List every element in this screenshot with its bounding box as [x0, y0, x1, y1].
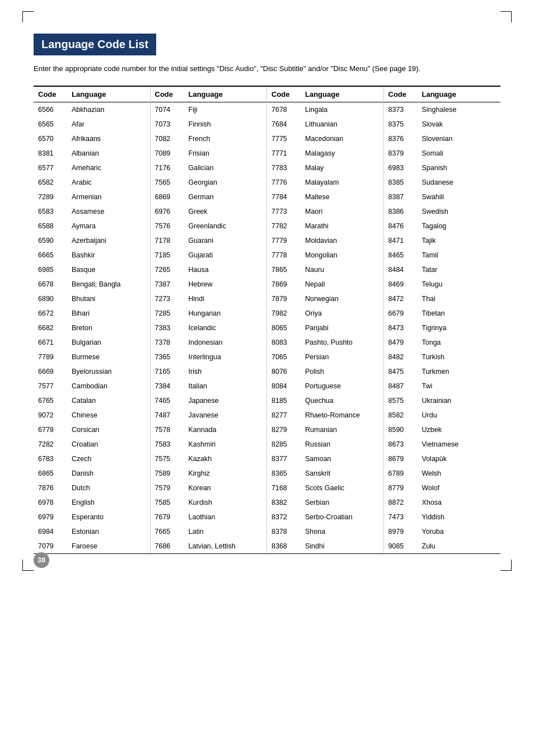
title-box: Language Code List	[34, 34, 156, 55]
code-value: 6976	[155, 206, 189, 217]
language-value: Turkish	[422, 351, 496, 363]
language-value: Malay	[305, 162, 379, 173]
col-header-3: CodeLanguage	[384, 87, 501, 102]
table-row: 7778Mongolian	[267, 248, 383, 262]
language-value: Hungarian	[189, 308, 263, 319]
language-value: Tagalog	[422, 220, 496, 232]
table-row: 7775Macedonian	[267, 132, 383, 146]
code-value: 6779	[38, 424, 72, 435]
table-row: 8065Panjabi	[267, 321, 383, 335]
code-value: 7773	[271, 206, 305, 217]
table-row: 7465Japanese	[151, 393, 267, 408]
code-value: 7473	[388, 511, 422, 523]
language-value: Finnish	[189, 119, 263, 130]
code-value: 7575	[155, 453, 189, 464]
code-value: 8365	[271, 468, 305, 479]
col-header-code-2: Code	[271, 90, 305, 98]
code-value: 6783	[38, 453, 72, 464]
language-value: Fiji	[189, 104, 263, 115]
language-value: Kashmiri	[189, 439, 263, 450]
language-value: Frisian	[189, 148, 263, 159]
table-row: 6671Bulgarian	[34, 335, 150, 350]
code-value: 7065	[271, 351, 305, 363]
table-column-3: CodeLanguage8373Singhalese8375Slovak8376…	[384, 87, 501, 553]
table-row: 7575Kazakh	[151, 452, 267, 466]
table-row: 8386Swedish	[384, 204, 501, 219]
table-row: 7178Guarani	[151, 233, 267, 248]
language-value: Sanskrit	[305, 468, 379, 479]
code-value: 8372	[271, 511, 305, 523]
table-row: 7487Javanese	[151, 408, 267, 422]
code-value: 7365	[155, 351, 189, 363]
language-value: Maltese	[305, 191, 379, 203]
table-row: 6570Afrikaans	[34, 132, 150, 146]
language-value: Rhaeto-Romance	[305, 410, 379, 421]
code-value: 8065	[271, 322, 305, 334]
table-row: 8582Urdu	[384, 408, 501, 422]
code-value: 7679	[155, 511, 189, 523]
code-value: 8378	[271, 526, 305, 537]
code-value: 8465	[388, 250, 422, 261]
table-row: 8575Ukrainian	[384, 393, 501, 408]
table-row: 8379Somali	[384, 146, 501, 161]
language-value: Kirghiz	[189, 468, 263, 479]
code-value: 7865	[271, 264, 305, 275]
code-value: 7776	[271, 177, 305, 188]
language-value: Spanish	[422, 162, 496, 173]
language-value: Nauru	[305, 264, 379, 275]
language-value: Tamil	[422, 250, 496, 261]
corner-mark-bottom-left	[22, 560, 34, 571]
col-header-code-1: Code	[155, 90, 189, 98]
table-row: 8472Thai	[384, 292, 501, 306]
table-row: 8381Albanian	[34, 146, 150, 161]
code-value: 6565	[38, 119, 72, 130]
language-value: Croatian	[72, 439, 146, 450]
code-value: 8387	[388, 191, 422, 203]
language-value: Marathi	[305, 220, 379, 232]
table-row: 9072Chinese	[34, 408, 150, 422]
code-value: 7289	[38, 191, 72, 203]
code-value: 8471	[388, 235, 422, 246]
col-header-lang-0: Language	[72, 90, 146, 98]
code-value: 8482	[388, 351, 422, 363]
table-row: 7473Yiddish	[384, 510, 501, 524]
code-value: 7384	[155, 381, 189, 392]
code-value: 7285	[155, 308, 189, 319]
code-value: 6979	[38, 511, 72, 523]
table-row: 8471Tajik	[384, 233, 501, 248]
table-row: 7265Hausa	[151, 262, 267, 277]
table-row: 8872Xhosa	[384, 495, 501, 510]
code-value: 6789	[388, 468, 422, 479]
table-row: 7576Greenlandic	[151, 219, 267, 233]
language-value: Albanian	[72, 148, 146, 159]
table-row: 8482Turkish	[384, 350, 501, 364]
code-value: 8373	[388, 104, 422, 115]
table-row: 8673Vietnamese	[384, 437, 501, 452]
table-row: 7783Malay	[267, 161, 383, 175]
table-row: 7082French	[151, 132, 267, 146]
code-value: 8285	[271, 439, 305, 450]
language-value: Interlingua	[189, 351, 263, 363]
table-row: 8479Tonga	[384, 335, 501, 350]
code-value: 7079	[38, 541, 72, 552]
language-value: Scots Gaelic	[305, 482, 379, 494]
code-value: 8185	[271, 395, 305, 406]
table-row: 8084Portuguese	[267, 379, 383, 393]
code-value: 8673	[388, 439, 422, 450]
language-value: Tajik	[422, 235, 496, 246]
code-value: 7775	[271, 133, 305, 144]
code-value: 6590	[38, 235, 72, 246]
language-value: Malagasy	[305, 148, 379, 159]
language-value: Portuguese	[305, 381, 379, 392]
language-value: Arabic	[72, 177, 146, 188]
table-row: 8185Quechua	[267, 393, 383, 408]
table-column-2: CodeLanguage7678Lingala7684Lithuanian777…	[267, 87, 384, 553]
code-value: 6978	[38, 497, 72, 508]
language-value: Tonga	[422, 337, 496, 348]
table-row: 6983Spanish	[384, 161, 501, 175]
language-value: Polish	[305, 366, 379, 377]
table-row: 8779Wolof	[384, 481, 501, 495]
code-value: 8469	[388, 279, 422, 290]
table-row: 7079Faroese	[34, 539, 150, 553]
table-row: 7876Dutch	[34, 481, 150, 495]
